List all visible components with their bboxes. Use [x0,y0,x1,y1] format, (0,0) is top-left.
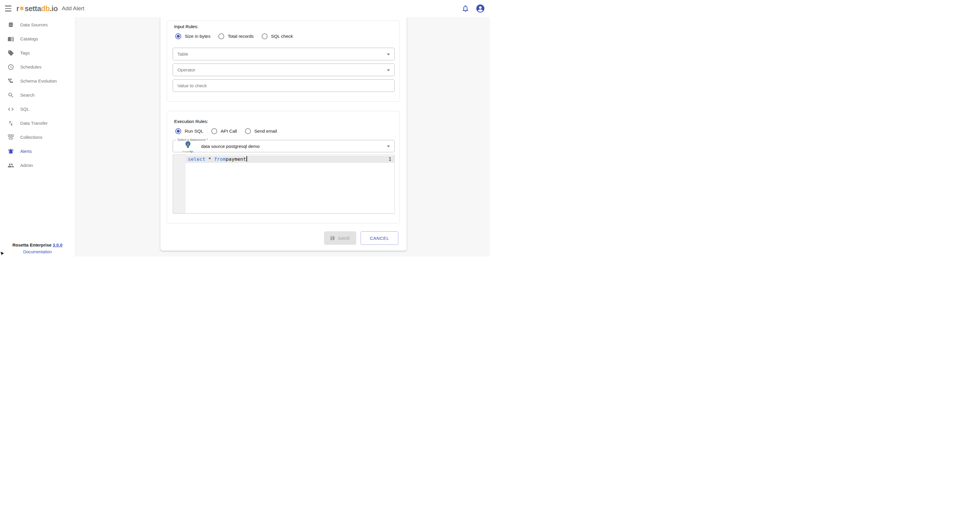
documentation-link[interactable]: Documentation [0,250,75,254]
logo-text-2: setta [25,5,41,13]
sidebar-item-label: Alerts [20,149,32,154]
radio-unselected-icon [218,33,224,39]
editor-gutter [173,155,186,213]
logo-db-icon [19,5,25,12]
sidebar-item-label: SQL [20,107,29,112]
main-area: Input Rules: Size in bytes Total records… [75,17,490,256]
radio-selected-icon [175,128,181,134]
radio-sql-check[interactable]: SQL check [262,33,293,39]
top-app-bar: rsettadb.io Add Alert [0,0,490,17]
sidebar-item-data-transfer[interactable]: Data Transfer [0,116,75,130]
sidebar-item-label: Schema Evolution [20,78,57,84]
radio-unselected-icon [212,128,217,134]
sidebar-item-label: Schedules [20,64,41,70]
hamburger-menu-icon[interactable] [5,6,12,11]
sidebar-item-search[interactable]: Search [0,88,75,102]
line-number: 1 [388,156,391,163]
swap-arrows-icon [8,120,14,126]
book-icon [8,36,14,42]
radio-run-sql[interactable]: Run SQL [175,128,204,134]
app-logo[interactable]: rsettadb.io [16,0,58,17]
text-cursor [247,156,247,162]
table-select[interactable]: Table [173,48,395,60]
radio-api-call[interactable]: API Call [212,128,237,134]
sql-editor[interactable]: 1 select * frompayment [173,154,395,213]
sidebar-item-data-sources[interactable]: Data Sources [0,18,75,32]
code-icon [8,106,14,112]
search-icon [8,92,14,99]
sidebar-item-collections[interactable]: Collections [0,130,75,144]
execution-rules-radio-group: Run SQL API Call Send email [175,128,281,134]
sidebar-nav: Data Sources Catalogs Tags Schedules Sch… [0,17,75,256]
schema-tree-icon [8,78,14,84]
sidebar-item-label: Data Sources [20,22,48,27]
clock-icon [8,64,14,70]
radio-send-email[interactable]: Send email [245,128,277,134]
datasource-select[interactable]: Select a datasource * PostgreSQL data so… [173,140,395,152]
user-avatar[interactable] [476,4,485,13]
people-icon [8,162,14,169]
sidebar-item-alerts[interactable]: Alerts [0,144,75,158]
mouse-cursor [0,251,5,256]
input-rules-radio-group: Size in bytes Total records SQL check [175,33,297,39]
save-button[interactable]: SAVE [324,231,356,245]
product-name: Rosetta Enterprise [13,242,51,247]
sidebar-item-label: Search [20,92,35,98]
radio-selected-icon [175,33,181,39]
chevron-down-icon [387,145,390,147]
sql-code-line: select * frompayment [188,156,247,163]
execution-rules-card: Execution Rules: Run SQL API Call Send e… [167,111,400,223]
operator-select[interactable]: Operator [173,64,395,76]
logo-text-4: .io [50,5,58,13]
logo-text-3: db [41,5,50,13]
save-icon [330,236,335,241]
radio-unselected-icon [245,128,251,134]
radio-size-in-bytes[interactable]: Size in bytes [175,33,210,39]
postgresql-logo: PostgreSQL [182,141,194,153]
sidebar-item-sql[interactable]: SQL [0,102,75,116]
sidebar-item-schema-evolution[interactable]: Schema Evolution [0,74,75,88]
sidebar-item-label: Tags [20,50,30,56]
sidebar-item-label: Data Transfer [20,121,48,126]
input-rules-card: Input Rules: Size in bytes Total records… [167,21,400,102]
input-rules-title: Input Rules: [174,24,199,29]
database-icon [8,22,14,28]
value-to-check-input[interactable]: Value to check [173,80,395,92]
tag-icon [8,50,14,56]
logo-text-1: r [16,5,19,13]
sidebar-footer: Rosetta Enterprise 3.0.0 Documentation [0,242,75,254]
radio-unselected-icon [262,33,267,39]
sidebar-item-tags[interactable]: Tags [0,46,75,60]
app-window: rsettadb.io Add Alert Data Sources Catal… [0,0,490,256]
sidebar-item-label: Admin [20,163,33,168]
page-title: Add Alert [62,0,84,17]
sidebar-item-catalogs[interactable]: Catalogs [0,32,75,46]
execution-rules-title: Execution Rules: [174,119,208,124]
sidebar-item-admin[interactable]: Admin [0,158,75,172]
content-panel: Input Rules: Size in bytes Total records… [161,17,407,251]
cancel-button[interactable]: CANCEL [361,231,398,245]
notifications-bell-icon[interactable] [461,5,469,13]
chevron-down-icon [387,69,390,71]
bell-icon [8,148,14,155]
sidebar-item-schedules[interactable]: Schedules [0,60,75,74]
collections-icon [8,134,14,140]
chevron-down-icon [387,54,390,55]
version-link[interactable]: 3.0.0 [52,242,62,247]
radio-total-records[interactable]: Total records [218,33,254,39]
sidebar-item-label: Collections [20,135,43,140]
datasource-value: data source postgresql demo [201,140,259,153]
sidebar-item-label: Catalogs [20,36,38,41]
